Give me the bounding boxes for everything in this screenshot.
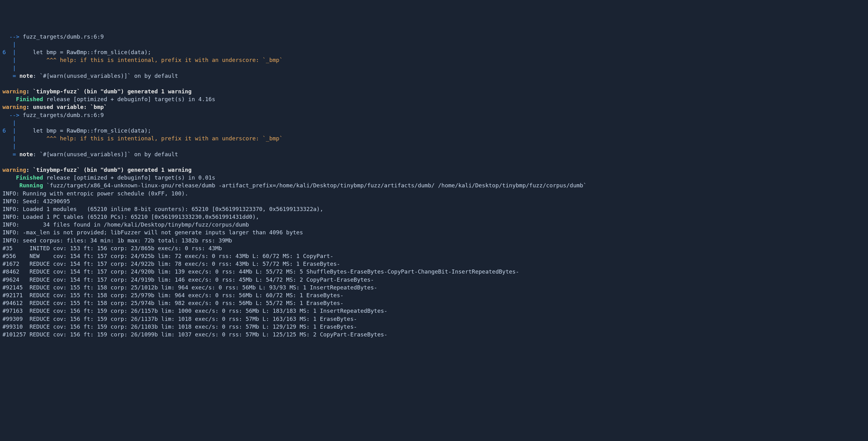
terminal-text-segment: | xyxy=(13,127,16,134)
terminal-text-segment: = xyxy=(13,151,16,158)
terminal-text-segment: release [optimized + debuginfo] target(s… xyxy=(43,174,215,181)
terminal-line: = note: `#[warn(unused_variables)]` on b… xyxy=(2,150,866,158)
terminal-text-segment: INFO: seed corpus: files: 34 min: 1b max… xyxy=(2,237,232,244)
terminal-text-segment: ^^^ xyxy=(46,135,57,142)
terminal-text-segment: ^^^ xyxy=(46,57,57,63)
terminal-line: 6 | let bmp = RawBmp::from_slice(data); xyxy=(2,48,866,56)
terminal-text-segment: --> xyxy=(9,33,20,40)
terminal-line: Finished release [optimized + debuginfo]… xyxy=(2,174,866,181)
terminal-text-segment: #99310 REDUCE cov: 156 ft: 159 corp: 26/… xyxy=(2,324,357,330)
terminal-text-segment: Finished xyxy=(16,96,43,102)
terminal-text-segment: #94612 REDUCE cov: 155 ft: 158 corp: 25/… xyxy=(2,300,344,306)
terminal-text-segment: Running xyxy=(19,182,43,189)
terminal-text-segment xyxy=(6,49,13,56)
terminal-text-segment xyxy=(2,135,13,142)
terminal-text-segment xyxy=(2,182,19,189)
terminal-line: INFO: seed corpus: files: 34 min: 1b max… xyxy=(2,237,866,244)
terminal-line: = note: `#[warn(unused_variables)]` on b… xyxy=(2,72,866,80)
terminal-text-segment: 6 xyxy=(2,127,6,134)
terminal-text-segment: note xyxy=(19,72,33,79)
terminal-line: warning: `tinybmp-fuzz` (bin "dumb") gen… xyxy=(2,166,866,174)
terminal-line: #99309 REDUCE cov: 156 ft: 159 corp: 26/… xyxy=(2,315,866,323)
terminal-text-segment: : `tinybmp-fuzz` (bin "dumb") generated … xyxy=(26,167,192,173)
terminal-text-segment xyxy=(2,151,13,158)
terminal-line: INFO: -max_len is not provided; libFuzze… xyxy=(2,229,866,236)
terminal-text-segment: warning xyxy=(2,104,26,110)
terminal-text-segment xyxy=(2,120,13,126)
terminal-line: 6 | let bmp = RawBmp::from_slice(data); xyxy=(2,127,866,134)
terminal-line: INFO: 34 files found in /home/kali/Deskt… xyxy=(2,220,866,229)
terminal-text-segment: fuzz_targets/dumb.rs:6:9 xyxy=(19,33,104,40)
terminal-line xyxy=(2,158,866,166)
terminal-text-segment xyxy=(2,65,13,71)
terminal-text-segment: #101257 REDUCE cov: 156 ft: 159 corp: 26… xyxy=(2,331,387,338)
terminal-text-segment: `fuzz/target/x86_64-unknown-linux-gnu/re… xyxy=(43,182,587,189)
terminal-line: | xyxy=(2,142,866,150)
terminal-line: | xyxy=(2,64,866,72)
terminal-text-segment: let bmp = RawBmp::from_slice(data); xyxy=(16,127,151,134)
terminal-line: INFO: Running with entropic power schedu… xyxy=(2,190,866,197)
terminal-line: #8462 REDUCE cov: 154 ft: 157 corp: 24/9… xyxy=(2,268,866,275)
terminal-text-segment xyxy=(16,135,46,142)
terminal-text-segment: INFO: Loaded 1 PC tables (65210 PCs): 65… xyxy=(2,213,259,220)
terminal-text-segment: #9624 REDUCE cov: 154 ft: 157 corp: 24/9… xyxy=(2,276,374,283)
terminal-line: INFO: Loaded 1 PC tables (65210 PCs): 65… xyxy=(2,213,866,220)
terminal-text-segment: | xyxy=(13,49,16,56)
terminal-text-segment: INFO: -max_len is not provided; libFuzze… xyxy=(2,229,303,236)
terminal-text-segment xyxy=(2,159,6,165)
terminal-line: #35 INITED cov: 153 ft: 156 corp: 23/865… xyxy=(2,244,866,252)
terminal-text-segment xyxy=(2,174,16,181)
terminal-line: #556 NEW cov: 154 ft: 157 corp: 24/925b … xyxy=(2,252,866,260)
terminal-text-segment: --> xyxy=(9,112,20,118)
terminal-line: --> fuzz_targets/dumb.rs:6:9 xyxy=(2,33,866,40)
terminal-text-segment: | xyxy=(13,57,16,63)
terminal-text-segment: | xyxy=(13,120,16,126)
terminal-line: INFO: Seed: 43290695 xyxy=(2,197,866,205)
terminal-text-segment: | xyxy=(13,135,16,142)
terminal-text-segment: INFO: Running with entropic power schedu… xyxy=(2,190,188,197)
terminal-text-segment xyxy=(56,135,60,142)
terminal-line: --> fuzz_targets/dumb.rs:6:9 xyxy=(2,111,866,119)
terminal-line: INFO: Loaded 1 modules (65210 inline 8-b… xyxy=(2,205,866,213)
terminal-text-segment: #92145 REDUCE cov: 155 ft: 158 corp: 25/… xyxy=(2,284,377,291)
terminal-line: | ^^^ help: if this is intentional, pref… xyxy=(2,134,866,142)
terminal-line: #94612 REDUCE cov: 155 ft: 158 corp: 25/… xyxy=(2,299,866,307)
terminal-text-segment xyxy=(2,143,13,149)
terminal-text-segment: : `#[warn(unused_variables)]` on by defa… xyxy=(33,72,178,79)
terminal-line: #99310 REDUCE cov: 156 ft: 159 corp: 26/… xyxy=(2,323,866,331)
terminal-text-segment xyxy=(16,72,19,79)
terminal-line: Finished release [optimized + debuginfo]… xyxy=(2,95,866,103)
terminal-text-segment: #8462 REDUCE cov: 154 ft: 157 corp: 24/9… xyxy=(2,268,519,275)
terminal-text-segment: 6 xyxy=(2,49,6,56)
terminal-line: | ^^^ help: if this is intentional, pref… xyxy=(2,56,866,64)
terminal-text-segment: #92171 REDUCE cov: 155 ft: 158 corp: 25/… xyxy=(2,292,344,299)
terminal-line: #92145 REDUCE cov: 155 ft: 158 corp: 25/… xyxy=(2,283,866,291)
terminal-text-segment: : `tinybmp-fuzz` (bin "dumb") generated … xyxy=(26,88,192,95)
terminal-text-segment: fuzz_targets/dumb.rs:6:9 xyxy=(19,112,104,118)
terminal-text-segment xyxy=(16,57,46,63)
terminal-text-segment: release [optimized + debuginfo] target(s… xyxy=(43,96,215,102)
terminal-text-segment: #1672 REDUCE cov: 154 ft: 157 corp: 24/9… xyxy=(2,261,340,267)
terminal-text-segment: Finished xyxy=(16,174,43,181)
terminal-text-segment: warning xyxy=(2,88,26,95)
terminal-text-segment xyxy=(56,57,60,63)
terminal-text-segment: : `#[warn(unused_variables)]` on by defa… xyxy=(33,151,178,158)
terminal-text-segment: help: if this is intentional, prefix it … xyxy=(60,57,283,63)
terminal-text-segment xyxy=(2,112,9,118)
terminal-text-segment: #97163 REDUCE cov: 156 ft: 159 corp: 26/… xyxy=(2,307,387,314)
terminal-text-segment xyxy=(2,33,9,40)
terminal-text-segment: | xyxy=(13,41,16,47)
terminal-text-segment: warning xyxy=(2,167,26,173)
terminal-text-segment: | xyxy=(13,65,16,71)
terminal-line: #92171 REDUCE cov: 155 ft: 158 corp: 25/… xyxy=(2,291,866,299)
terminal-line: | xyxy=(2,119,866,127)
terminal-text-segment: help: if this is intentional, prefix it … xyxy=(60,135,283,142)
terminal-text-segment: note xyxy=(19,151,33,158)
terminal-text-segment: #556 NEW cov: 154 ft: 157 corp: 24/925b … xyxy=(2,253,333,259)
terminal-text-segment: INFO: 34 files found in /home/kali/Deskt… xyxy=(2,221,249,228)
terminal-text-segment: INFO: Seed: 43290695 xyxy=(2,198,70,204)
terminal-line: #9624 REDUCE cov: 154 ft: 157 corp: 24/9… xyxy=(2,276,866,283)
terminal-text-segment: : unused variable: `bmp` xyxy=(26,104,107,110)
terminal-line: | xyxy=(2,40,866,48)
terminal-output[interactable]: --> fuzz_targets/dumb.rs:6:9 |6 | let bm… xyxy=(2,33,866,338)
